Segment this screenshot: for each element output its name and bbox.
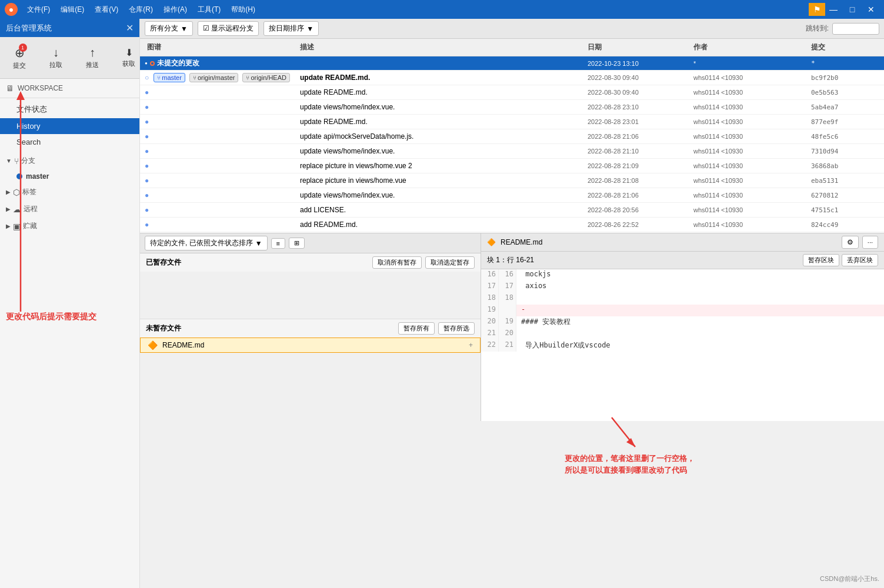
- pull-icon: ↓: [53, 46, 59, 59]
- stage-block-btn[interactable]: 暂存区块: [803, 254, 839, 266]
- file-modified-icon: 🔶: [148, 340, 158, 350]
- diff-header: 🔶 README.md ⚙ ···: [481, 233, 884, 252]
- diff-panel: 🔶 README.md ⚙ ··· 块 1：行 16-21 暂存区块 丢弃区块: [481, 233, 884, 421]
- fetch-icon: ⬇: [125, 47, 133, 58]
- commit-graph-9: ●: [145, 191, 298, 199]
- menu-repo[interactable]: 仓库(R): [124, 2, 158, 17]
- sidebar-section-stash[interactable]: ▶ ▣ 贮藏: [0, 218, 139, 235]
- minimize-button[interactable]: —: [825, 3, 842, 16]
- commit-graph-11: ●: [145, 220, 298, 229]
- flag-button[interactable]: ⚑: [809, 3, 825, 16]
- sidebar-close-button[interactable]: ✕: [126, 22, 134, 34]
- diff-more-btn[interactable]: ···: [862, 236, 878, 249]
- sidebar-title: 后台管理系统: [6, 23, 52, 34]
- diff-line: 16 16 mockjs: [481, 269, 884, 281]
- commit-graph-1: ○ ⑂ master ⑂ origin/master ⑂ origin/HEAD: [145, 73, 298, 82]
- filter-arrow: ▼: [255, 239, 262, 248]
- diff-block-header: 块 1：行 16-21 暂存区块 丢弃区块: [481, 252, 884, 269]
- commit-list: ● 未提交的更改 2022-10-23 13:10 * * ○ ⑂ master: [140, 56, 884, 233]
- sidebar-section-branch[interactable]: ▼ ⑂ 分支: [0, 152, 139, 169]
- menu-tools[interactable]: 工具(T): [193, 2, 225, 17]
- cancel-selected-staged-btn[interactable]: 取消选定暂存: [425, 256, 475, 269]
- diff-line: 17 17 axios: [481, 281, 884, 293]
- pull-button[interactable]: ↓ 拉取: [41, 45, 71, 71]
- commit-button[interactable]: ⊕ 1 提交: [5, 45, 34, 71]
- jump-to-input[interactable]: [832, 23, 879, 35]
- unstaged-file-readme[interactable]: 🔶 README.md +: [140, 338, 481, 353]
- uncommitted-label: 未提交的更改: [157, 58, 199, 68]
- show-remote-branches-checkbox[interactable]: ☑ 显示远程分支: [198, 21, 259, 36]
- stage-selected-btn[interactable]: 暂存所选: [438, 322, 475, 335]
- content-area: 所有分支 ▼ ☑ 显示远程分支 按日期排序 ▼ 跳转到: 图谱 描述 日期 作者: [140, 19, 884, 588]
- sidebar-item-search[interactable]: Search: [0, 134, 139, 150]
- diff-lines: 16 16 mockjs 17 17 axios 18 18 19 - 20 1…: [481, 269, 884, 421]
- diff-content: 16 16 mockjs 17 17 axios 18 18 19 - 20 1…: [481, 269, 884, 421]
- commit-row-3[interactable]: ● update views/home/index.vue. 2022-08-2…: [140, 100, 884, 115]
- commit-row-4[interactable]: ● update README.md. 2022-08-28 23:01 whs…: [140, 115, 884, 129]
- group-view-btn[interactable]: ⊞: [289, 238, 305, 249]
- bottom-panel: 待定的文件, 已依照文件状态排序 ▼ ≡ ⊞ 已暂存文件 取消所有暂存 取消选定…: [140, 233, 884, 421]
- unstaged-actions: 暂存所有 暂存所选: [398, 322, 475, 335]
- tags-section-label: 标签: [22, 187, 36, 197]
- menu-help[interactable]: 帮助(H): [226, 2, 260, 17]
- stage-all-btn[interactable]: 暂存所有: [398, 322, 435, 335]
- commit-row-0[interactable]: ○ ⑂ master ⑂ origin/master ⑂ origin/HEAD…: [140, 71, 884, 85]
- commit-graph-2: ●: [145, 88, 298, 96]
- tags-section-arrow: ▶: [6, 189, 11, 195]
- push-button[interactable]: ↑ 推送: [78, 45, 107, 71]
- diff-line: 20 19 #### 安装教程: [481, 316, 884, 328]
- menu-file[interactable]: 文件(F): [22, 2, 55, 17]
- watermark: CSDN@前端小王hs.: [820, 574, 879, 583]
- col-commit: 提交: [809, 41, 879, 54]
- sidebar-item-file-status[interactable]: 文件状态: [0, 101, 139, 118]
- menu-view[interactable]: 查看(V): [90, 2, 123, 17]
- sidebar-section-tags[interactable]: ▶ ⬡ 标签: [0, 183, 139, 201]
- branch-select[interactable]: 所有分支 ▼: [145, 21, 193, 36]
- col-date: 日期: [585, 41, 691, 54]
- commit-row-8[interactable]: ● replace picture in views/home.vue 2022…: [140, 173, 884, 188]
- commit-row-5[interactable]: ● update api/mockServeData/home.js. 2022…: [140, 129, 884, 144]
- file-add-button[interactable]: +: [469, 341, 473, 349]
- sort-select[interactable]: 按日期排序 ▼: [263, 21, 319, 36]
- push-label: 推送: [86, 61, 99, 69]
- sidebar: 后台管理系统 ✕ ⊕ 1 提交 ↓ 拉取 ↑ 推送 ⬇: [0, 19, 140, 588]
- stash-section-label: 贮藏: [23, 221, 37, 231]
- commit-graph-8: ●: [145, 176, 298, 185]
- sidebar-item-history[interactable]: History: [0, 118, 139, 134]
- commit-row-uncommitted[interactable]: ● 未提交的更改 2022-10-23 13:10 * *: [140, 56, 884, 71]
- commit-row-6[interactable]: ● update views/home/index.vue. 2022-08-2…: [140, 144, 884, 159]
- close-button[interactable]: ✕: [863, 3, 879, 16]
- menu-action[interactable]: 操作(A): [159, 2, 192, 17]
- commit-row-10[interactable]: ● add LICENSE. 2022-08-28 20:56 whs0114 …: [140, 203, 884, 218]
- file-filter-select[interactable]: 待定的文件, 已依照文件状态排序 ▼: [145, 236, 268, 250]
- cancel-all-staged-btn[interactable]: 取消所有暂存: [372, 256, 422, 269]
- maximize-button[interactable]: □: [844, 3, 860, 16]
- branch-item-master[interactable]: master: [0, 169, 139, 183]
- commit-table: 图谱 描述 日期 作者 提交 ● 未提交的更改 2022-10-23 13:10…: [140, 39, 884, 233]
- col-description: 描述: [298, 41, 585, 54]
- file-name-readme: README.md: [162, 341, 464, 349]
- branch-section-label: 分支: [21, 156, 35, 166]
- diff-settings[interactable]: ⚙: [842, 236, 859, 249]
- commit-graph-4: ●: [145, 118, 298, 126]
- list-view-btn[interactable]: ≡: [271, 238, 285, 249]
- discard-block-btn[interactable]: 丢弃区块: [842, 254, 878, 266]
- commit-row-9[interactable]: ● update views/home/index.vue. 2022-08-2…: [140, 188, 884, 203]
- diff-line: 21 20: [481, 328, 884, 340]
- badge-origin-master: ⑂ origin/master: [189, 73, 239, 82]
- menu-edit[interactable]: 编辑(E): [56, 2, 89, 17]
- main-toolbar: ⊕ 1 提交 ↓ 拉取 ↑ 推送 ⬇ 获取 ⑂ 分支: [0, 37, 139, 79]
- staged-toolbar: 待定的文件, 已依照文件状态排序 ▼ ≡ ⊞: [140, 233, 481, 253]
- commit-row-7[interactable]: ● replace picture in views/home.vue 2 20…: [140, 159, 884, 173]
- commit-label: 提交: [13, 61, 26, 70]
- stash-section-icon: ▣: [13, 222, 21, 231]
- badge-origin-head: ⑂ origin/HEAD: [242, 73, 290, 82]
- fetch-label: 获取: [122, 59, 135, 68]
- sidebar-section-remote[interactable]: ▶ ☁ 远程: [0, 201, 139, 218]
- fetch-button[interactable]: ⬇ 获取: [114, 46, 144, 69]
- jump-to: 跳转到:: [806, 23, 879, 35]
- col-graph: 图谱: [145, 41, 298, 54]
- sidebar-header: 后台管理系统 ✕: [0, 19, 139, 37]
- commit-row-11[interactable]: ● add README.md. 2022-08-26 22:52 whs011…: [140, 218, 884, 232]
- commit-row-2[interactable]: ● update README.md. 2022-08-30 09:40 whs…: [140, 85, 884, 100]
